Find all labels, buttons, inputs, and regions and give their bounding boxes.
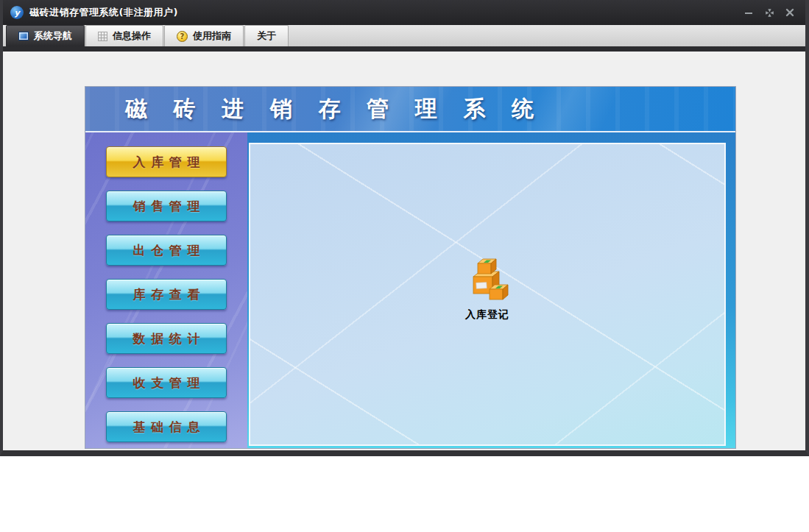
grid-icon	[98, 32, 107, 41]
panel-header: 磁 砖 进 销 存 管 理 系 统	[85, 87, 735, 132]
tab-system-navigation[interactable]: 系统导航	[6, 25, 85, 46]
sidebar-nav: 入库管理 销售管理 出仓管理 库存查看 数据统计 收支管理 基础信息	[85, 132, 247, 448]
content-region: 入库登记	[247, 132, 735, 448]
minimize-button[interactable]	[743, 7, 754, 18]
restore-button[interactable]	[764, 7, 774, 18]
monitor-icon	[18, 32, 29, 40]
app-window: y 磁砖进销存管理系统(非注册用户) 系统导航	[0, 0, 809, 456]
close-icon	[785, 8, 794, 17]
content-panel: 入库登记	[249, 143, 726, 446]
window-controls	[743, 7, 798, 18]
boxes-icon	[463, 255, 512, 305]
window-title: 磁砖进销存管理系统(非注册用户)	[29, 6, 738, 19]
sidebar-item-sales-management[interactable]: 销售管理	[106, 191, 227, 221]
tab-label: 使用指南	[193, 29, 231, 43]
sidebar-item-data-statistics[interactable]: 数据统计	[106, 323, 227, 354]
tab-label: 关于	[257, 29, 276, 43]
main-panel: 磁 砖 进 销 存 管 理 系 统 入库管理 销售管理 出仓管理 库存查看 数据…	[85, 86, 736, 449]
ribbon-tabbar: 系统导航 信息操作 ? 使用指南 关于	[3, 25, 805, 46]
tab-info-operations[interactable]: 信息操作	[85, 25, 163, 46]
sidebar-item-income-expense[interactable]: 收支管理	[106, 367, 227, 398]
panel-title: 磁 砖 进 销 存 管 理 系 统	[85, 87, 735, 131]
shortcut-label: 入库登记	[465, 308, 509, 322]
tab-about[interactable]: 关于	[244, 25, 289, 46]
shortcut-inbound-registration[interactable]: 入库登记	[447, 255, 528, 322]
minimize-icon	[744, 8, 753, 17]
tab-label: 信息操作	[113, 29, 151, 43]
sidebar-item-basic-info[interactable]: 基础信息	[106, 411, 227, 442]
client-area: 磁 砖 进 销 存 管 理 系 统 入库管理 销售管理 出仓管理 库存查看 数据…	[3, 52, 805, 450]
tab-user-guide[interactable]: ? 使用指南	[164, 25, 244, 46]
titlebar: y 磁砖进销存管理系统(非注册用户)	[3, 0, 805, 25]
app-logo-icon: y	[10, 6, 24, 19]
sidebar-item-outbound-management[interactable]: 出仓管理	[106, 235, 227, 266]
help-coin-icon: ?	[177, 31, 188, 42]
close-button[interactable]	[785, 7, 795, 18]
sidebar-item-inventory-view[interactable]: 库存查看	[106, 279, 227, 310]
restore-icon	[765, 8, 774, 18]
ribbon-bottom-strip	[3, 46, 805, 52]
sidebar-item-inbound-management[interactable]: 入库管理	[106, 146, 227, 177]
panel-body: 入库管理 销售管理 出仓管理 库存查看 数据统计 收支管理 基础信息	[85, 132, 735, 448]
tab-label: 系统导航	[34, 29, 72, 43]
